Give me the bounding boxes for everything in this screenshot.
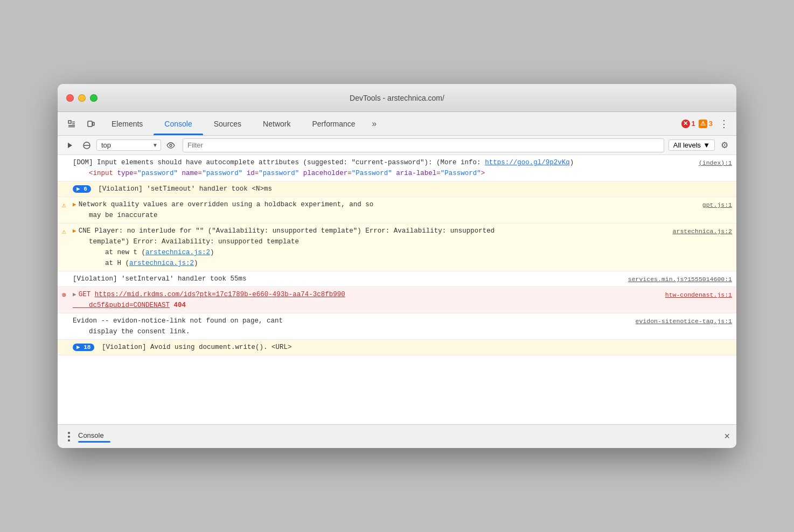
log-entry-get-error: ⊗ ▶GET https://mid.rkdms.com/ids?ptk=17c… [58, 287, 736, 313]
filter-input-wrapper [183, 138, 664, 152]
context-select[interactable]: top [96, 139, 161, 151]
log-content-setinterval: [Violation] 'setInterval' handler took 5… [73, 274, 624, 284]
bottom-tab-underline [78, 441, 110, 443]
error-circle-icon: ⊗ [62, 290, 66, 302]
svg-rect-5 [88, 121, 92, 127]
live-expressions-button[interactable] [163, 138, 178, 153]
log-levels-button[interactable]: All levels ▼ [668, 139, 715, 151]
svg-point-10 [170, 144, 172, 146]
bottom-bar: Console × [58, 424, 736, 448]
devtools-menu-button[interactable]: ⋮ [716, 118, 732, 130]
bottom-menu-dots[interactable] [64, 432, 74, 442]
devtools-window: DevTools - arstechnica.com/ Elements Con… [58, 84, 736, 448]
log-entry-settimeout: ▶ 6 [Violation] 'setTimeout' handler too… [58, 181, 736, 197]
get-url-link[interactable]: https://mid.rkdms.com/ids?ptk=17c1789b-e… [73, 291, 345, 309]
more-tabs-button[interactable]: » [366, 112, 382, 135]
log-content-dom-input: [DOM] Input elements should have autocom… [73, 157, 694, 179]
bottom-console-label: Console [78, 430, 110, 443]
levels-arrow-icon: ▼ [703, 141, 710, 149]
device-icon[interactable] [81, 112, 101, 135]
expand-cne-icon[interactable]: ▶ [73, 228, 76, 234]
window-title: DevTools - arstechnica.com/ [350, 94, 444, 102]
traffic-lights [66, 94, 97, 102]
log-entry-dom-input: [DOM] Input elements should have autocom… [58, 155, 736, 181]
log-entry-setinterval: [Violation] 'setInterval' handler took 5… [58, 271, 736, 287]
log-source-get-error[interactable]: htw-condenast.js:1 [665, 290, 732, 300]
log-content-docwrite: ▶ 18 [Violation] Avoid using document.wr… [73, 342, 732, 353]
run-script-button[interactable] [62, 138, 77, 153]
log-source-network-quality[interactable]: gpt.js:1 [702, 200, 732, 210]
tab-sources[interactable]: Sources [203, 112, 252, 135]
tab-network[interactable]: Network [252, 112, 301, 135]
warn-badge[interactable]: ⚠ 3 [699, 120, 713, 128]
svg-rect-6 [93, 122, 94, 125]
log-entry-cne-player: ⚠ ▶CNE Player: no interlude for "" ("Ava… [58, 223, 736, 271]
settings-button[interactable]: ⚙ [717, 138, 732, 153]
clear-console-button[interactable] [79, 138, 94, 153]
log-content-cne-player: ▶CNE Player: no interlude for "" ("Avail… [73, 226, 668, 269]
log-content-evidon: Evidon -- evidon-notice-link not found o… [73, 316, 631, 337]
log-source-setinterval[interactable]: services.min.js?1555014600:1 [628, 275, 732, 284]
close-button[interactable] [66, 94, 74, 102]
tab-elements[interactable]: Elements [101, 112, 154, 135]
violation-count-badge: ▶ 6 [73, 185, 91, 193]
warn-triangle-icon: ⚠ [62, 200, 66, 212]
expand-get-icon[interactable]: ▶ [73, 291, 76, 298]
minimize-button[interactable] [78, 94, 86, 102]
tabs-right: ✕ 1 ⚠ 3 ⋮ [681, 112, 732, 135]
error-badge[interactable]: ✕ 1 [681, 120, 695, 128]
console-toolbar: top ▼ All levels ▼ ⚙ [58, 136, 736, 155]
svg-marker-7 [68, 143, 72, 148]
cne-link-1[interactable]: arstechnica.js:2 [145, 249, 210, 256]
tab-performance[interactable]: Performance [301, 112, 366, 135]
tab-console[interactable]: Console [154, 112, 203, 135]
console-content: [DOM] Input elements should have autocom… [58, 155, 736, 424]
tabs-bar: Elements Console Sources Network Perform… [58, 112, 736, 136]
error-icon: ✕ [681, 120, 690, 128]
log-entry-evidon: Evidon -- evidon-notice-link not found o… [58, 313, 736, 340]
docwrite-count-badge: ▶ 18 [73, 344, 94, 351]
log-content-network-quality: ▶Network quality values are overridden u… [73, 199, 698, 221]
expand-icon[interactable]: ▶ [73, 201, 76, 208]
bottom-close-button[interactable]: × [724, 431, 730, 442]
warn-icon: ⚠ [699, 120, 707, 128]
maximize-button[interactable] [90, 94, 97, 102]
filter-input[interactable] [183, 141, 664, 149]
log-content-get-error: ▶GET https://mid.rkdms.com/ids?ptk=17c17… [73, 289, 661, 311]
log-content-settimeout: ▶ 6 [Violation] 'setTimeout' handler too… [73, 184, 732, 194]
log-source-cne-player[interactable]: arstechnica.js:2 [673, 227, 732, 236]
dom-input-link[interactable]: https://goo.gl/9p2vKq [485, 159, 570, 166]
svg-rect-0 [68, 121, 71, 123]
log-source-evidon[interactable]: evidon-sitenotice-tag.js:1 [636, 317, 732, 326]
status-404: 404 [174, 302, 186, 309]
log-entry-network-quality: ⚠ ▶Network quality values are overridden… [58, 197, 736, 223]
log-entry-docwrite: ▶ 18 [Violation] Avoid using document.wr… [58, 340, 736, 355]
titlebar: DevTools - arstechnica.com/ [58, 84, 736, 112]
context-selector-wrapper: top ▼ [96, 139, 161, 151]
inspect-icon[interactable] [62, 112, 81, 135]
warn-triangle-cne-icon: ⚠ [62, 227, 66, 238]
log-source-dom-input[interactable]: (index):1 [699, 158, 732, 168]
cne-link-2[interactable]: arstechnica.js:2 [129, 260, 194, 267]
